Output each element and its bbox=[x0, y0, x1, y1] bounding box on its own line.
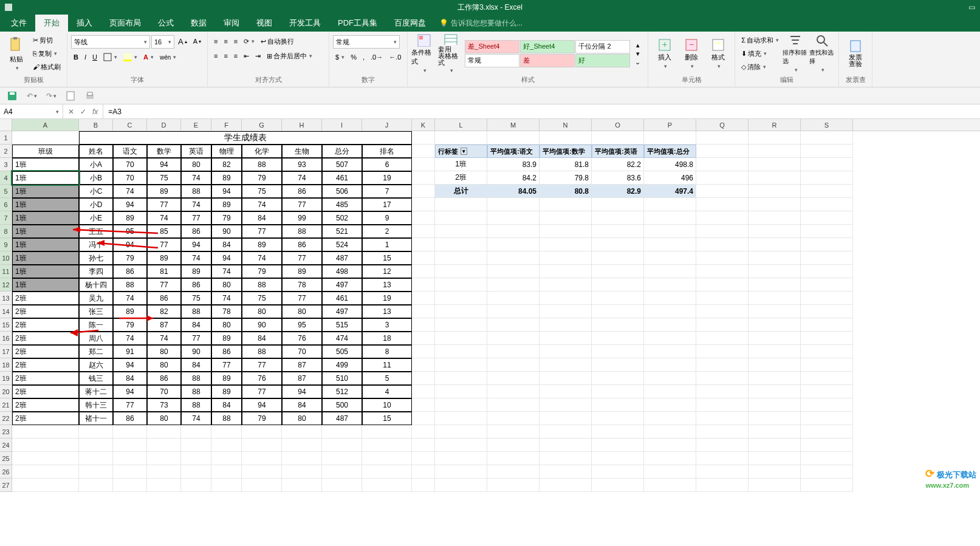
cell[interactable]: 90 bbox=[242, 318, 282, 332]
paste-button[interactable]: 粘贴 ▾ bbox=[4, 33, 29, 73]
cell[interactable]: 数学 bbox=[147, 145, 181, 158]
cell[interactable]: 物理 bbox=[211, 145, 242, 158]
row-header[interactable]: 10 bbox=[0, 251, 12, 265]
cell[interactable] bbox=[242, 465, 282, 479]
cell[interactable]: 93 bbox=[282, 158, 322, 171]
cell[interactable]: 74 bbox=[113, 185, 147, 198]
cell[interactable]: 2班 bbox=[12, 412, 79, 425]
cell[interactable]: 74 bbox=[113, 332, 147, 345]
column-header-O[interactable]: O bbox=[592, 119, 644, 131]
cell[interactable]: 89 bbox=[147, 185, 181, 198]
cell[interactable]: 总分 bbox=[322, 145, 362, 158]
cell[interactable] bbox=[540, 372, 592, 385]
cell[interactable]: 512 bbox=[322, 385, 362, 398]
cell[interactable]: 73 bbox=[147, 398, 181, 412]
row-header[interactable]: 26 bbox=[0, 465, 12, 479]
cell[interactable] bbox=[749, 198, 801, 211]
cell[interactable] bbox=[696, 385, 749, 398]
cell[interactable] bbox=[696, 145, 749, 158]
column-header-D[interactable]: D bbox=[147, 119, 181, 131]
cell[interactable] bbox=[412, 238, 435, 251]
cell[interactable]: 12 bbox=[362, 265, 412, 278]
cell[interactable] bbox=[592, 198, 644, 211]
cell[interactable]: 13 bbox=[362, 278, 412, 292]
cell[interactable] bbox=[696, 372, 749, 385]
cell[interactable]: 88 bbox=[181, 372, 211, 385]
cell[interactable]: 74 bbox=[181, 251, 211, 265]
cell[interactable]: 474 bbox=[322, 332, 362, 345]
cell[interactable]: 89 bbox=[113, 305, 147, 318]
cell[interactable] bbox=[435, 385, 487, 398]
cell[interactable]: 78 bbox=[211, 305, 242, 318]
cell[interactable]: 79 bbox=[242, 171, 282, 185]
cell[interactable]: 80 bbox=[282, 305, 322, 318]
cell[interactable]: 生物 bbox=[282, 145, 322, 158]
cell[interactable] bbox=[487, 318, 540, 332]
delete-cells-button[interactable]: −删除▾ bbox=[679, 33, 704, 73]
cell[interactable]: 郑二 bbox=[79, 345, 113, 358]
row-header[interactable]: 15 bbox=[0, 318, 12, 332]
autosum-button[interactable]: Σ自动求和▾ bbox=[739, 34, 781, 46]
cell[interactable] bbox=[412, 465, 435, 479]
cell[interactable] bbox=[540, 398, 592, 412]
cell[interactable] bbox=[412, 318, 435, 332]
cell[interactable] bbox=[696, 171, 749, 185]
cell[interactable] bbox=[749, 452, 801, 465]
cell[interactable]: 5 bbox=[362, 372, 412, 385]
cell[interactable]: 95 bbox=[113, 225, 147, 238]
cell[interactable]: 80 bbox=[282, 412, 322, 425]
percent-button[interactable]: % bbox=[348, 51, 359, 63]
row-header[interactable]: 22 bbox=[0, 412, 12, 425]
cell[interactable] bbox=[412, 278, 435, 292]
cell[interactable]: 1班 bbox=[12, 185, 79, 198]
cell[interactable]: 6 bbox=[362, 158, 412, 171]
cell[interactable] bbox=[749, 345, 801, 358]
cell[interactable]: 小A bbox=[79, 158, 113, 171]
cell[interactable] bbox=[487, 131, 540, 145]
cell[interactable]: 79 bbox=[242, 265, 282, 278]
cell[interactable]: 82 bbox=[211, 158, 242, 171]
cell[interactable] bbox=[592, 398, 644, 412]
cell[interactable]: 94 bbox=[181, 238, 211, 251]
cell[interactable] bbox=[540, 332, 592, 345]
cell[interactable] bbox=[435, 318, 487, 332]
cell[interactable] bbox=[644, 265, 696, 278]
tab-layout[interactable]: 页面布局 bbox=[101, 14, 149, 32]
cell[interactable] bbox=[696, 131, 749, 145]
cell[interactable] bbox=[412, 198, 435, 211]
cell[interactable] bbox=[749, 385, 801, 398]
tab-baidu[interactable]: 百度网盘 bbox=[386, 14, 434, 32]
cell[interactable] bbox=[801, 238, 853, 251]
cell[interactable]: 2班 bbox=[12, 398, 79, 412]
cell[interactable]: 88 bbox=[113, 278, 147, 292]
cell[interactable]: 蒋十二 bbox=[79, 385, 113, 398]
cell[interactable]: 80 bbox=[147, 412, 181, 425]
cell[interactable] bbox=[435, 332, 487, 345]
row-header[interactable]: 18 bbox=[0, 358, 12, 372]
cell[interactable]: 74 bbox=[181, 412, 211, 425]
cell[interactable] bbox=[435, 412, 487, 425]
cell[interactable]: 86 bbox=[147, 372, 181, 385]
cell[interactable] bbox=[540, 465, 592, 479]
cell[interactable] bbox=[412, 425, 435, 439]
cell[interactable] bbox=[412, 251, 435, 265]
cell[interactable]: 2班 bbox=[12, 318, 79, 332]
row-header[interactable]: 24 bbox=[0, 439, 12, 452]
font-name-combo[interactable]: 等线▾ bbox=[71, 35, 150, 49]
cell[interactable]: 86 bbox=[211, 345, 242, 358]
cell[interactable] bbox=[644, 385, 696, 398]
select-all-corner[interactable] bbox=[0, 119, 12, 131]
cell[interactable] bbox=[749, 211, 801, 225]
cell[interactable] bbox=[696, 265, 749, 278]
cell[interactable]: 杨十四 bbox=[79, 278, 113, 292]
cell[interactable] bbox=[801, 345, 853, 358]
cell[interactable] bbox=[801, 318, 853, 332]
cell[interactable]: 86 bbox=[282, 185, 322, 198]
merge-center-button[interactable]: ⊞合并后居中▾ bbox=[264, 50, 315, 62]
cell[interactable]: 94 bbox=[211, 251, 242, 265]
cell[interactable] bbox=[801, 251, 853, 265]
cell[interactable]: 86 bbox=[282, 238, 322, 251]
cell[interactable] bbox=[282, 452, 322, 465]
cell[interactable] bbox=[696, 412, 749, 425]
cell[interactable] bbox=[487, 452, 540, 465]
